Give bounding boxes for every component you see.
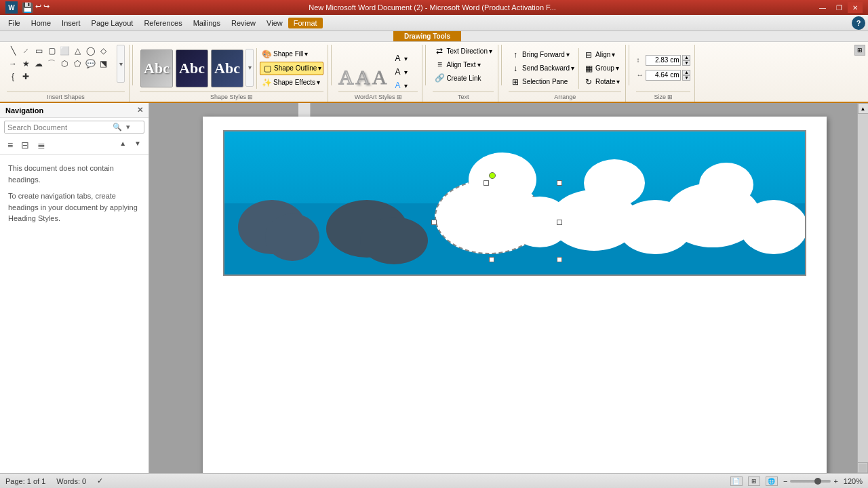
shape-effects-arrow[interactable]: ▾ (317, 79, 320, 86)
shape-rect2[interactable]: ⬜ (58, 45, 71, 57)
shape-fill-btn[interactable]: 🎨 Shape Fill ▾ (260, 48, 323, 60)
view-normal-icon[interactable]: 📄 (730, 476, 743, 486)
height-input[interactable] (646, 55, 681, 66)
shape-cloud[interactable]: ☁ (33, 58, 45, 70)
font-color-btn[interactable]: A ▾ (391, 52, 409, 64)
shape-hex[interactable]: ⬡ (58, 58, 71, 70)
save-icon[interactable]: 💾 (22, 2, 33, 13)
rotate-arrow[interactable]: ▾ (616, 78, 620, 85)
text-effects-btn[interactable]: A ▾ (391, 79, 409, 92)
shapes-expand[interactable]: ▾ (117, 45, 125, 83)
text-direction-btn[interactable]: ⇄ Text Direction ▾ (433, 45, 494, 57)
nav-tab-pages[interactable]: ⊟ (18, 138, 33, 152)
rotate-btn[interactable]: ↻ Rotate ▾ (582, 76, 621, 88)
group-btn[interactable]: ▦ Group ▾ (582, 62, 621, 75)
bring-forward-btn[interactable]: ↑ Bring Forward ▾ (509, 49, 576, 61)
search-icon[interactable]: 🔍 (110, 121, 125, 133)
shape-roundrect[interactable]: ▢ (45, 45, 58, 57)
width-up[interactable]: ▲ (682, 70, 690, 75)
zoom-out-btn[interactable]: − (783, 477, 787, 485)
menu-home[interactable]: Home (26, 18, 56, 28)
zoom-in-btn[interactable]: + (833, 477, 837, 485)
shape-line2[interactable]: ⟋ (20, 45, 32, 57)
menu-review[interactable]: Review (226, 18, 261, 28)
shape-penta[interactable]: ⬠ (71, 58, 83, 70)
shape-line[interactable]: ╲ (7, 45, 19, 57)
menu-page-layout[interactable]: Page Layout (86, 18, 139, 28)
right-scrollbar[interactable]: ▲ ▼ (857, 103, 868, 473)
view-web-icon[interactable]: 🌐 (766, 476, 778, 486)
shape-rect[interactable]: ▭ (33, 45, 45, 57)
close-button[interactable]: ✕ (848, 2, 863, 13)
sel-handle-bot-right[interactable] (557, 257, 562, 262)
view-full-icon[interactable]: ⊞ (748, 476, 760, 486)
shape-style-2[interactable]: Abc (176, 49, 208, 87)
sel-handle-top-center[interactable] (484, 180, 489, 186)
proofing-icon[interactable]: ✓ (97, 476, 103, 485)
document-area[interactable]: ▲ ▼ (149, 103, 868, 473)
corner-scroll-btn[interactable] (857, 462, 868, 473)
nav-tab-headings[interactable]: ≡ (4, 138, 16, 152)
shape-style-1[interactable]: Abc (140, 49, 173, 87)
shape-effects-btn[interactable]: ✨ Shape Effects ▾ (260, 77, 323, 89)
text-outline-btn[interactable]: A ▾ (391, 66, 409, 78)
menu-view[interactable]: View (261, 18, 288, 28)
corner-button[interactable]: ⊞ (854, 45, 865, 56)
height-down[interactable]: ▼ (682, 60, 690, 66)
text-direction-arrow[interactable]: ▾ (489, 47, 492, 55)
sel-handle-mid-right[interactable] (557, 220, 562, 225)
align-btn[interactable]: ⊟ Align ▾ (582, 49, 621, 61)
width-down[interactable]: ▼ (682, 75, 690, 81)
shape-fill-arrow[interactable]: ▾ (304, 50, 308, 58)
menu-insert[interactable]: Insert (56, 18, 86, 28)
nav-tab-results[interactable]: ≣ (34, 138, 49, 152)
shape-star[interactable]: ★ (20, 58, 32, 70)
menu-file[interactable]: File (3, 18, 26, 28)
font-color-arrow[interactable]: ▾ (404, 55, 408, 62)
shape-styles-expand[interactable]: ▾ (245, 49, 254, 87)
wordart-style-3[interactable]: A (372, 66, 387, 89)
menu-format[interactable]: Format (288, 18, 323, 28)
width-input[interactable] (646, 70, 681, 81)
sel-handle-mid-left[interactable] (431, 220, 437, 225)
size-expand-icon[interactable]: ⊞ (667, 94, 673, 100)
bring-forward-arrow[interactable]: ▾ (566, 51, 570, 58)
height-up[interactable]: ▲ (682, 55, 690, 60)
align-text-btn[interactable]: ≡ Align Text ▾ (433, 58, 481, 70)
minimize-button[interactable]: — (815, 2, 830, 13)
shape-callout[interactable]: 💬 (84, 58, 96, 70)
redo-icon[interactable]: ↪ (43, 2, 50, 13)
sel-handle-bot-center[interactable] (489, 257, 494, 262)
shape-circle[interactable]: ◯ (84, 45, 96, 57)
shape-curve[interactable]: ⌒ (45, 58, 58, 70)
shape-cross[interactable]: ✚ (20, 70, 32, 83)
search-input[interactable] (5, 122, 110, 133)
sel-handle-top-right[interactable] (557, 180, 562, 186)
help-icon[interactable]: ? (852, 16, 865, 30)
menu-references[interactable]: References (138, 18, 187, 28)
wordart-style-2[interactable]: A (355, 66, 370, 89)
nav-close-btn[interactable]: ✕ (137, 106, 143, 115)
shape-misc[interactable]: ⬔ (97, 58, 109, 70)
nav-arrow-down[interactable]: ▼ (131, 138, 144, 152)
shape-diamond[interactable]: ◇ (97, 45, 109, 57)
align-text-arrow[interactable]: ▾ (477, 61, 481, 68)
shape-tri[interactable]: △ (71, 45, 83, 57)
maximize-button[interactable]: ❐ (831, 2, 846, 13)
rotate-handle[interactable] (489, 172, 496, 179)
align-arrow[interactable]: ▾ (612, 51, 615, 58)
undo-icon[interactable]: ↩ (35, 2, 41, 13)
search-dropdown[interactable]: ▾ (125, 121, 132, 133)
shape-bracket[interactable]: { (7, 70, 19, 83)
group-arrow[interactable]: ▾ (616, 64, 619, 72)
shape-outline-arrow[interactable]: ▾ (318, 64, 321, 72)
send-backward-arrow[interactable]: ▾ (571, 64, 574, 72)
shape-styles-expand-icon[interactable]: ⊞ (248, 94, 253, 100)
shape-arrow[interactable]: → (7, 58, 19, 70)
create-link-btn[interactable]: 🔗 Create Link (433, 72, 482, 84)
zoom-slider[interactable] (790, 480, 831, 483)
shape-outline-btn[interactable]: ▢ Shape Outline ▾ (260, 62, 323, 75)
selection-pane-btn[interactable]: ⊞ Selection Pane (509, 76, 576, 88)
menu-mailings[interactable]: Mailings (188, 18, 226, 28)
wordart-expand-icon[interactable]: ⊞ (397, 94, 402, 100)
